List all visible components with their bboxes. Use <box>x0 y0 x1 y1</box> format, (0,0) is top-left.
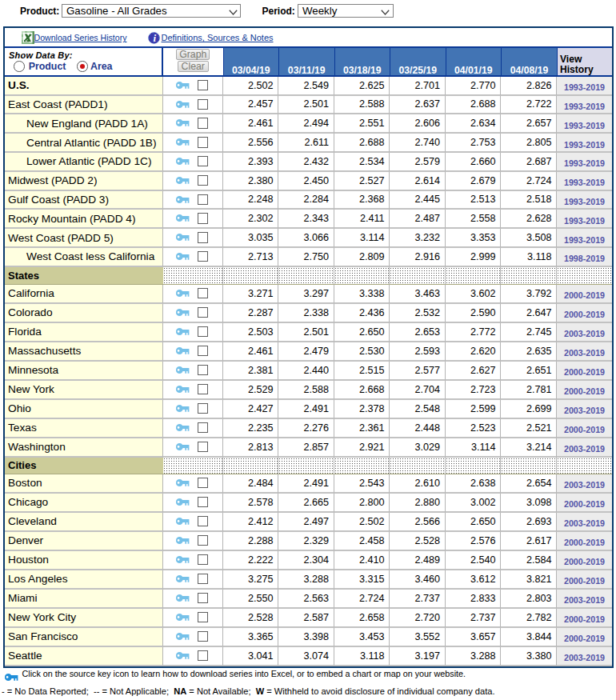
svg-text:i: i <box>153 32 156 44</box>
